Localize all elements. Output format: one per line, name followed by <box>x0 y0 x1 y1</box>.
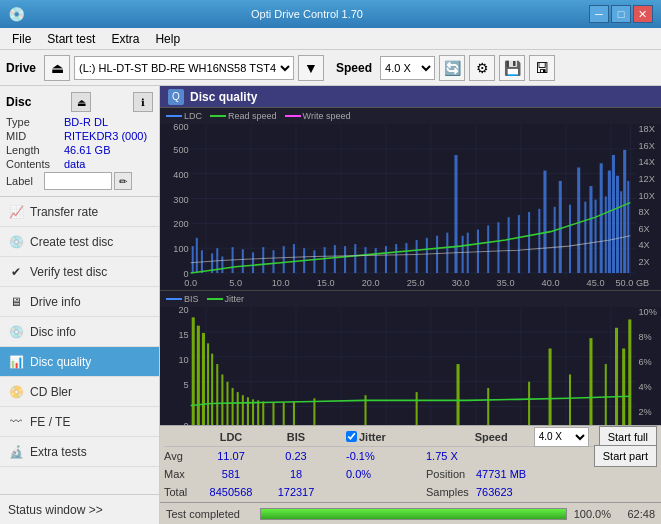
nav-disc-quality-label: Disc quality <box>30 355 91 369</box>
verify-test-disc-icon: ✔ <box>8 264 24 280</box>
speed-select[interactable]: 4.0 X <box>380 56 435 80</box>
svg-rect-45 <box>192 246 194 273</box>
svg-rect-88 <box>584 202 586 273</box>
start-part-button[interactable]: Start part <box>594 445 657 467</box>
svg-rect-55 <box>272 250 274 273</box>
svg-rect-90 <box>595 200 597 273</box>
titlebar-controls: ─ □ ✕ <box>589 5 653 23</box>
svg-text:18X: 18X <box>639 124 655 134</box>
legend-write: Write speed <box>303 111 351 121</box>
nav-cd-bler-label: CD Bler <box>30 385 72 399</box>
close-button[interactable]: ✕ <box>633 5 653 23</box>
sidebar-item-create-test-disc[interactable]: 💿 Create test disc <box>0 227 159 257</box>
svg-rect-165 <box>622 348 625 425</box>
svg-text:20: 20 <box>178 307 188 315</box>
drive-refresh-icon[interactable]: ▼ <box>298 55 324 81</box>
jitter-header: Jitter <box>359 431 386 443</box>
svg-text:15: 15 <box>178 330 188 340</box>
menu-start-test[interactable]: Start test <box>39 30 103 48</box>
minimize-button[interactable]: ─ <box>589 5 609 23</box>
jitter-checkbox[interactable] <box>346 431 357 442</box>
svg-rect-60 <box>324 247 326 273</box>
svg-rect-53 <box>252 252 254 273</box>
svg-rect-99 <box>160 307 661 425</box>
drive-eject-icon[interactable]: ⏏ <box>44 55 70 81</box>
label-edit-button[interactable]: ✏ <box>114 172 132 190</box>
svg-rect-46 <box>196 238 198 273</box>
sidebar-item-extra-tests[interactable]: 🔬 Extra tests <box>0 437 159 467</box>
content-header: Q Disc quality <box>160 86 661 108</box>
label-input[interactable] <box>44 172 112 190</box>
svg-rect-86 <box>569 205 571 273</box>
svg-rect-80 <box>518 215 520 273</box>
svg-text:4X: 4X <box>639 240 650 250</box>
progress-area: Test completed 100.0% 62:48 <box>160 502 661 524</box>
svg-rect-96 <box>620 191 622 273</box>
content-title: Disc quality <box>190 90 257 104</box>
sidebar-item-cd-bler[interactable]: 📀 CD Bler <box>0 377 159 407</box>
max-ldc: 581 <box>196 468 266 480</box>
svg-rect-136 <box>192 317 195 425</box>
svg-text:2%: 2% <box>639 406 652 416</box>
sidebar-item-drive-info[interactable]: 🖥 Drive info <box>0 287 159 317</box>
svg-rect-66 <box>385 246 387 273</box>
svg-rect-56 <box>283 246 285 273</box>
toolbar-burn-button[interactable]: 💾 <box>499 55 525 81</box>
svg-rect-94 <box>612 155 615 273</box>
svg-text:4%: 4% <box>639 382 652 392</box>
svg-rect-69 <box>416 240 418 273</box>
menu-help[interactable]: Help <box>147 30 188 48</box>
menu-file[interactable]: File <box>4 30 39 48</box>
menu-extra[interactable]: Extra <box>103 30 147 48</box>
toolbar-refresh-button[interactable]: 🔄 <box>439 55 465 81</box>
nav-disc-info-label: Disc info <box>30 325 76 339</box>
sidebar-item-disc-info[interactable]: 💿 Disc info <box>0 317 159 347</box>
create-test-disc-icon: 💿 <box>8 234 24 250</box>
toolbar-save-button[interactable]: 🖫 <box>529 55 555 81</box>
svg-rect-142 <box>221 374 223 425</box>
svg-rect-76 <box>477 230 479 273</box>
svg-text:14X: 14X <box>639 157 655 167</box>
svg-text:25.0: 25.0 <box>407 278 425 288</box>
samples-label: Samples <box>426 486 476 498</box>
svg-text:8X: 8X <box>639 207 650 217</box>
maximize-button[interactable]: □ <box>611 5 631 23</box>
position-label: Position <box>426 468 476 480</box>
svg-rect-153 <box>293 401 295 425</box>
drive-select[interactable]: (L:) HL-DT-ST BD-RE WH16NS58 TST4 <box>74 56 294 80</box>
disc-info-icon[interactable]: ℹ <box>133 92 153 112</box>
max-jitter: 0.0% <box>346 468 426 480</box>
svg-text:300: 300 <box>173 195 188 205</box>
titlebar: 💿 Opti Drive Control 1.70 ─ □ ✕ <box>0 0 661 28</box>
legend-read: Read speed <box>228 111 277 121</box>
svg-rect-81 <box>528 212 530 273</box>
svg-rect-85 <box>559 181 562 273</box>
mid-value: RITEKDR3 (000) <box>64 130 147 142</box>
svg-text:30.0: 30.0 <box>452 278 470 288</box>
status-window-label: Status window >> <box>8 503 103 517</box>
nav-verify-test-disc-label: Verify test disc <box>30 265 107 279</box>
svg-rect-77 <box>487 225 489 273</box>
sidebar-item-disc-quality[interactable]: 📊 Disc quality <box>0 347 159 377</box>
svg-rect-93 <box>608 171 611 273</box>
progress-time: 62:48 <box>617 508 655 520</box>
svg-rect-75 <box>467 233 469 273</box>
svg-rect-92 <box>605 196 607 273</box>
sidebar-item-verify-test-disc[interactable]: ✔ Verify test disc <box>0 257 159 287</box>
toolbar-settings-button[interactable]: ⚙ <box>469 55 495 81</box>
svg-text:10%: 10% <box>639 307 657 317</box>
sidebar-item-transfer-rate[interactable]: 📈 Transfer rate <box>0 197 159 227</box>
speed-select-stats[interactable]: 4.0 X <box>534 427 589 447</box>
svg-text:40.0: 40.0 <box>542 278 560 288</box>
status-window[interactable]: Status window >> <box>0 494 159 524</box>
svg-rect-160 <box>549 348 552 425</box>
svg-rect-87 <box>577 167 580 273</box>
sidebar-item-fe-te[interactable]: 〰 FE / TE <box>0 407 159 437</box>
svg-text:15.0: 15.0 <box>317 278 335 288</box>
transfer-rate-icon: 📈 <box>8 204 24 220</box>
disc-eject-icon[interactable]: ⏏ <box>71 92 91 112</box>
length-label: Length <box>6 144 64 156</box>
svg-text:400: 400 <box>173 170 188 180</box>
svg-rect-147 <box>247 397 249 425</box>
svg-rect-73 <box>454 155 457 273</box>
